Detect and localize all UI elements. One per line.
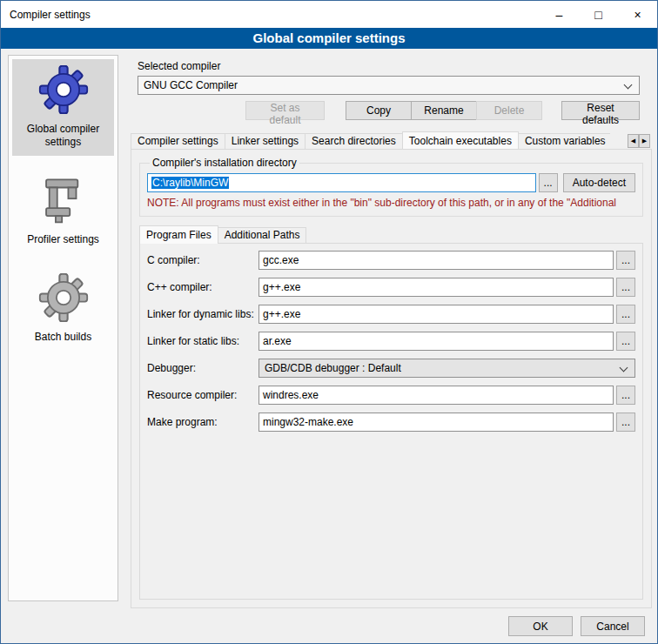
tab-scroll-controls: ◀ ▶ <box>628 134 650 148</box>
sidebar-item-profiler-settings[interactable]: Profiler settings <box>12 170 114 253</box>
toolchain-executables-page: Compiler's installation directory C:\ray… <box>131 149 652 608</box>
subtab-additional-paths[interactable]: Additional Paths <box>218 227 307 243</box>
form-row-cpp-compiler: C++ compiler: g++.exe ... <box>147 278 635 297</box>
chevron-down-icon <box>624 81 633 90</box>
cancel-button[interactable]: Cancel <box>581 616 645 636</box>
form-row-debugger: Debugger: GDB/CDB debugger : Default <box>147 359 635 378</box>
rename-button[interactable]: Rename <box>411 101 477 120</box>
sidebar-item-global-compiler-settings[interactable]: Global compiler settings <box>12 59 114 156</box>
field-label: Make program: <box>147 416 258 428</box>
debugger-select[interactable]: GDB/CDB debugger : Default <box>258 359 635 378</box>
cpp-compiler-input[interactable]: g++.exe <box>258 278 614 297</box>
field-label: Debugger: <box>147 362 258 374</box>
form-row-c-compiler: C compiler: gcc.exe ... <box>147 251 635 270</box>
make-program-browse-button[interactable]: ... <box>616 413 635 432</box>
field-label: C compiler: <box>147 254 258 266</box>
c-compiler-browse-button[interactable]: ... <box>616 251 635 270</box>
field-label: C++ compiler: <box>147 281 258 293</box>
copy-button[interactable]: Copy <box>346 101 412 120</box>
selected-compiler-select[interactable]: GNU GCC Compiler <box>138 76 640 95</box>
installation-directory-group: Compiler's installation directory C:\ray… <box>139 157 643 217</box>
cpp-compiler-value: g++.exe <box>263 281 300 293</box>
tab-compiler-settings[interactable]: Compiler settings <box>131 133 225 149</box>
resource-compiler-input[interactable]: windres.exe <box>258 386 614 405</box>
main-panel: Selected compiler GNU GCC Compiler Set a… <box>131 55 652 608</box>
compiler-actions: Set as default Copy Rename Delete Reset … <box>138 101 640 120</box>
selected-compiler-label: Selected compiler <box>138 60 652 72</box>
subtab-program-files[interactable]: Program Files <box>139 225 218 244</box>
clamp-tool-icon <box>38 175 89 225</box>
form-row-resource-compiler: Resource compiler: windres.exe ... <box>147 386 635 405</box>
cpp-compiler-browse-button[interactable]: ... <box>616 278 635 297</box>
set-as-default-button[interactable]: Set as default <box>245 101 325 120</box>
dialog-footer: OK Cancel <box>500 616 645 636</box>
resource-compiler-browse-button[interactable]: ... <box>616 386 635 405</box>
tab-search-directories[interactable]: Search directories <box>305 133 403 149</box>
form-row-make-program: Make program: mingw32-make.exe ... <box>147 413 635 432</box>
installation-directory-legend: Compiler's installation directory <box>150 157 299 169</box>
linker-static-input[interactable]: ar.exe <box>258 332 614 351</box>
program-files-page: C compiler: gcc.exe ... C++ compiler: g+… <box>139 243 643 600</box>
tab-toolchain-executables[interactable]: Toolchain executables <box>402 131 519 149</box>
form-row-linker-dynamic: Linker for dynamic libs: g++.exe ... <box>147 305 635 324</box>
tab-scroll-right-icon[interactable]: ▶ <box>639 134 650 148</box>
field-label: Linker for dynamic libs: <box>147 308 258 320</box>
form-row-linker-static: Linker for static libs: ar.exe ... <box>147 332 635 351</box>
maximize-button[interactable]: □ <box>579 1 618 28</box>
page-title: Global compiler settings <box>1 28 657 49</box>
compiler-settings-dialog: Compiler settings – □ × Global compiler … <box>0 0 658 644</box>
resource-compiler-value: windres.exe <box>263 389 319 401</box>
install-dir-selected-text: C:\raylib\MinGW <box>151 177 229 189</box>
settings-tabstrip: Compiler settings Linker settings Search… <box>131 131 652 149</box>
install-dir-browse-button[interactable]: ... <box>539 173 558 192</box>
linker-dynamic-input[interactable]: g++.exe <box>258 305 614 324</box>
make-program-value: mingw32-make.exe <box>263 416 353 428</box>
field-label: Linker for static libs: <box>147 335 258 347</box>
sidebar-item-label: Global compiler settings <box>15 123 111 149</box>
auto-detect-button[interactable]: Auto-detect <box>563 173 635 192</box>
program-files-tabstrip: Program Files Additional Paths <box>139 225 643 243</box>
c-compiler-input[interactable]: gcc.exe <box>258 251 614 270</box>
minimize-button[interactable]: – <box>540 1 579 28</box>
tab-scroll-left-icon[interactable]: ◀ <box>628 134 639 148</box>
c-compiler-value: gcc.exe <box>263 254 299 266</box>
window-controls: – □ × <box>540 1 657 28</box>
reset-defaults-button[interactable]: Reset defaults <box>561 101 640 120</box>
ok-button[interactable]: OK <box>508 616 573 636</box>
sidebar-item-label: Batch builds <box>35 331 91 344</box>
window-title: Compiler settings <box>1 9 540 21</box>
tab-linker-settings[interactable]: Linker settings <box>225 133 306 149</box>
install-dir-input[interactable]: C:\raylib\MinGW <box>147 173 536 192</box>
linker-dynamic-browse-button[interactable]: ... <box>616 305 635 324</box>
close-button[interactable]: × <box>618 1 657 28</box>
sidebar-item-label: Profiler settings <box>27 233 99 246</box>
gear-blue-icon <box>38 64 89 115</box>
tabs-clip: Compiler settings Linker settings Search… <box>131 131 610 149</box>
linker-static-value: ar.exe <box>263 335 292 347</box>
linker-static-browse-button[interactable]: ... <box>616 332 635 351</box>
installation-directory-row: C:\raylib\MinGW ... Auto-detect <box>147 173 635 192</box>
selected-compiler-value: GNU GCC Compiler <box>144 79 238 91</box>
gear-gray-icon <box>38 272 89 323</box>
delete-button[interactable]: Delete <box>476 101 542 120</box>
debugger-value: GDB/CDB debugger : Default <box>265 362 401 374</box>
tab-custom-variables[interactable]: Custom variables <box>518 133 610 149</box>
bin-subdirectory-note: NOTE: All programs must exist either in … <box>147 197 635 209</box>
linker-dynamic-value: g++.exe <box>263 308 300 320</box>
sidebar-item-batch-builds[interactable]: Batch builds <box>12 267 114 351</box>
titlebar: Compiler settings – □ × <box>1 1 657 28</box>
settings-category-sidebar: Global compiler settings Profiler settin… <box>8 55 118 601</box>
field-label: Resource compiler: <box>147 389 258 401</box>
make-program-input[interactable]: mingw32-make.exe <box>258 413 614 432</box>
chevron-down-icon <box>620 364 628 372</box>
